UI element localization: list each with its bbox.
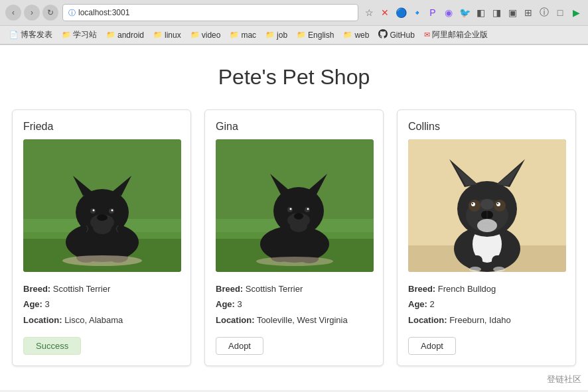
bookmark-label-english: English [308, 31, 334, 40]
watermark: 登链社区 [547, 373, 581, 385]
pet-info-collins: Breed: French Bulldog Age: 2 Location: F… [408, 281, 565, 328]
github-icon [378, 29, 388, 40]
svg-point-28 [290, 208, 292, 210]
pet-card-collins: Collins [397, 109, 576, 366]
browser-actions: ☆ ✕ 🔵 🔹 P ◉ 🐦 ◧ ◨ ▣ ⊞ ⓘ □ ▶ [362, 6, 583, 19]
svg-point-30 [290, 220, 307, 232]
extension-icon-1[interactable]: ✕ [378, 6, 392, 19]
bookmark-icon-aliyun: ✉ [424, 31, 430, 39]
bookmark-label-video: video [202, 31, 221, 40]
bookmark-label-job: job [277, 31, 287, 40]
svg-point-49 [496, 202, 500, 206]
bookmark-web[interactable]: 📁 web [339, 29, 373, 41]
extension-icon-11[interactable]: □ [553, 6, 567, 19]
pet-image-gina [216, 139, 374, 272]
address-url: localhost:3001 [78, 8, 129, 17]
back-button[interactable]: ‹ [5, 5, 21, 21]
extension-icon-6[interactable]: 🐦 [458, 6, 471, 19]
breed-label-gina: Breed: [216, 284, 243, 294]
address-bar[interactable]: ⓘ localhost:3001 [62, 4, 358, 21]
extension-icon-9[interactable]: ▣ [506, 6, 519, 19]
pet-breed-gina: Breed: Scottish Terrier [216, 281, 372, 296]
pet-image-frieda [23, 139, 181, 272]
pet-info-frieda: Breed: Scottish Terrier Age: 3 Location:… [23, 281, 180, 328]
breed-label: Breed: [23, 284, 50, 294]
extension-icon-5[interactable]: ◉ [442, 6, 455, 19]
bookmark-label-linux: linux [165, 31, 181, 40]
adopt-button-collins[interactable]: Adopt [408, 337, 456, 355]
bookmark-label-web: web [354, 31, 369, 40]
pet-breed-collins: Breed: French Bulldog [408, 281, 565, 296]
location-value-frieda: Lisco, Alabama [64, 315, 123, 325]
bookmark-linux[interactable]: 📁 linux [149, 29, 185, 41]
svg-point-16 [62, 255, 142, 266]
bookmark-icon-job: 📁 [265, 31, 275, 39]
browser-toolbar: ‹ › ↻ ⓘ localhost:3001 ☆ ✕ 🔵 🔹 P ◉ 🐦 ◧ ◨… [0, 0, 588, 26]
extension-icon-3[interactable]: 🔹 [410, 6, 423, 19]
extension-icon-8[interactable]: ◨ [490, 6, 503, 19]
location-value-collins: Freeburn, Idaho [449, 315, 511, 325]
pet-name-collins: Collins [408, 121, 565, 133]
pet-card-frieda: Frieda [12, 109, 191, 366]
page-title: Pete's Pet Shop [13, 65, 575, 90]
bookmarks-bar: 📄 博客发表 📁 学习站 📁 android 📁 linux 📁 video 📁… [0, 26, 588, 44]
pet-name-frieda: Frieda [23, 121, 180, 133]
svg-point-12 [111, 210, 113, 212]
bookmark-icon-mac: 📁 [230, 31, 239, 39]
pet-name-gina: Gina [216, 121, 372, 133]
adopt-button-gina[interactable]: Adopt [216, 337, 263, 355]
breed-label-collins: Breed: [408, 284, 435, 294]
forward-button[interactable]: › [24, 5, 40, 21]
breed-value-collins: French Bulldog [438, 284, 496, 294]
svg-point-48 [471, 202, 475, 206]
bookmark-english[interactable]: 📁 English [293, 29, 338, 41]
bookmark-learning[interactable]: 📁 学习站 [58, 28, 101, 42]
browser-nav-buttons: ‹ › ↻ [5, 5, 58, 21]
bookmark-blogpost[interactable]: 📄 博客发表 [5, 28, 56, 42]
location-value-gina: Tooleville, West Virginia [257, 315, 348, 325]
bookmark-icon-english: 📁 [297, 31, 306, 39]
extension-icon-2[interactable]: 🔵 [394, 6, 407, 19]
pet-image-collins [408, 139, 566, 272]
lock-icon: ⓘ [68, 8, 76, 18]
location-label-gina: Location: [216, 315, 255, 325]
bookmark-video[interactable]: 📁 video [186, 29, 225, 41]
reload-button[interactable]: ↻ [42, 5, 58, 21]
svg-point-56 [493, 267, 505, 272]
age-value-collins: 2 [430, 299, 435, 309]
bookmark-icon-web: 📁 [343, 31, 352, 39]
breed-value-gina: Scottish Terrier [246, 284, 303, 294]
breed-value-frieda: Scottish Terrier [53, 284, 110, 294]
info-icon[interactable]: ⓘ [538, 6, 551, 19]
location-label-collins: Location: [408, 315, 447, 325]
browser-chrome: ‹ › ↻ ⓘ localhost:3001 ☆ ✕ 🔵 🔹 P ◉ 🐦 ◧ ◨… [0, 0, 588, 45]
svg-point-8 [97, 214, 108, 221]
age-label-collins: Age: [408, 299, 427, 309]
extension-icon-12[interactable]: ▶ [569, 6, 583, 19]
svg-point-51 [497, 203, 498, 204]
extension-icon-4[interactable]: P [426, 6, 439, 19]
age-label: Age: [23, 299, 42, 309]
adopt-button-frieda[interactable]: Success [23, 337, 81, 355]
bookmark-icon-video: 📁 [190, 31, 200, 39]
bookmark-job[interactable]: 📁 job [261, 29, 291, 41]
bookmark-android[interactable]: 📁 android [102, 29, 148, 41]
svg-point-33 [256, 257, 333, 266]
svg-point-50 [472, 203, 473, 204]
bookmark-label-learning: 学习站 [73, 29, 97, 40]
svg-point-57 [477, 219, 497, 232]
bookmark-label-aliyun: 阿里邮箱企业版 [432, 29, 488, 40]
svg-point-52 [480, 199, 494, 210]
bookmark-icon-learning: 📁 [62, 31, 71, 39]
bookmark-github[interactable]: GitHub [374, 28, 418, 42]
bookmark-label-android: android [117, 31, 144, 40]
extension-icon-7[interactable]: ◧ [474, 6, 487, 19]
pet-age-gina: Age: 3 [216, 296, 372, 312]
star-icon[interactable]: ☆ [362, 6, 376, 19]
extension-icon-10[interactable]: ⊞ [522, 6, 535, 19]
bookmark-mac[interactable]: 📁 mac [226, 29, 260, 41]
pet-location-collins: Location: Freeburn, Idaho [408, 312, 565, 328]
bookmark-aliyun[interactable]: ✉ 阿里邮箱企业版 [420, 28, 492, 42]
svg-point-29 [307, 208, 309, 210]
bookmark-label-github: GitHub [390, 31, 414, 40]
